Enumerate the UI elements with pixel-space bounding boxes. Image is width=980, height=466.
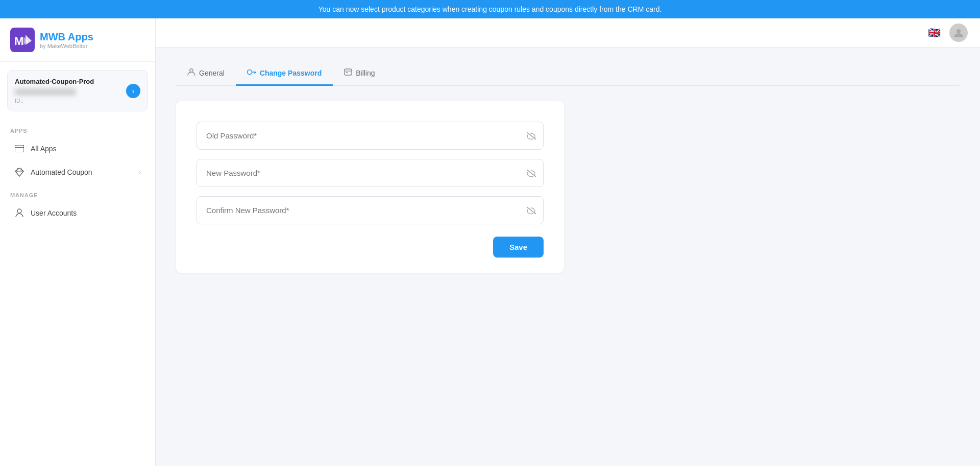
announcement-banner: You can now select product categories wh… (0, 0, 980, 18)
svg-marker-4 (15, 168, 23, 176)
old-password-field-wrap (197, 122, 544, 150)
banner-text: You can now select product categories wh… (318, 5, 662, 13)
svg-rect-15 (345, 69, 352, 75)
logo-text: MWB Apps by MakeWebBetter (40, 31, 93, 49)
svg-point-11 (247, 70, 252, 75)
confirm-password-field-wrap (197, 196, 544, 224)
tab-change-password-label: Change Password (260, 69, 322, 77)
svg-rect-3 (15, 147, 24, 148)
new-password-field-wrap (197, 159, 544, 187)
confirm-password-input[interactable] (197, 196, 544, 224)
sidebar-item-automated-coupon[interactable]: Automated Coupon › (4, 161, 151, 183)
account-id-label: ID:: (15, 98, 121, 104)
svg-point-8 (17, 209, 21, 213)
account-expand-button[interactable]: › (126, 84, 140, 98)
tab-billing[interactable]: Billing (333, 63, 386, 86)
account-card: Automated-Coupon-Prod ID:: › (7, 70, 148, 111)
content-header: 🇬🇧 (156, 18, 980, 48)
new-password-toggle-icon[interactable] (526, 169, 536, 177)
logo-subtitle: by MakeWebBetter (40, 43, 93, 49)
general-tab-icon (187, 68, 195, 78)
svg-point-9 (957, 29, 961, 33)
tab-billing-label: Billing (356, 69, 375, 77)
person-icon (14, 208, 24, 218)
confirm-password-toggle-icon[interactable] (526, 206, 536, 215)
tab-change-password[interactable]: Change Password (236, 63, 333, 86)
password-form-card: Save (176, 101, 564, 273)
svg-rect-2 (15, 145, 24, 152)
automated-coupon-label: Automated Coupon (31, 168, 133, 176)
billing-tab-icon (344, 68, 352, 78)
chevron-right-icon: › (139, 169, 141, 176)
sidebar-item-all-apps[interactable]: All Apps (4, 138, 151, 159)
diamond-icon (14, 167, 24, 177)
old-password-toggle-icon[interactable] (526, 132, 536, 140)
save-button[interactable]: Save (493, 237, 544, 258)
account-name: Automated-Coupon-Prod (15, 78, 121, 85)
svg-text:M: M (14, 35, 23, 48)
key-tab-icon (247, 68, 256, 78)
all-apps-label: All Apps (31, 145, 141, 153)
tabs-bar: General Change Password (176, 63, 960, 86)
apps-section-label: APPS (0, 120, 155, 137)
content-area: 🇬🇧 General (156, 18, 980, 466)
logo-area: M MWB Apps by MakeWebBetter (0, 18, 155, 62)
card-icon (14, 144, 24, 154)
sidebar: M MWB Apps by MakeWebBetter Automated-Co… (0, 18, 156, 466)
user-accounts-label: User Accounts (31, 209, 141, 217)
logo-title: MWB Apps (40, 31, 93, 43)
account-info: Automated-Coupon-Prod ID:: (15, 78, 121, 104)
new-password-input[interactable] (197, 159, 544, 187)
manage-section-label: MANAGE (0, 184, 155, 201)
account-blurred-value (15, 88, 76, 96)
user-avatar[interactable] (949, 24, 968, 42)
mwb-logo-icon: M (10, 28, 35, 52)
old-password-input[interactable] (197, 122, 544, 150)
save-btn-row: Save (197, 237, 544, 258)
tab-general[interactable]: General (176, 63, 236, 86)
sidebar-item-user-accounts[interactable]: User Accounts (4, 202, 151, 224)
svg-point-10 (190, 69, 193, 72)
page-content: General Change Password (156, 48, 980, 466)
language-flag[interactable]: 🇬🇧 (928, 28, 942, 38)
tab-general-label: General (199, 69, 225, 77)
